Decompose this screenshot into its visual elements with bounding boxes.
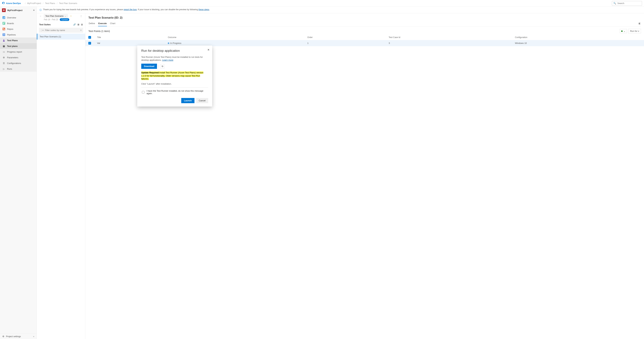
run-for-button[interactable]: Run for v <box>628 29 641 33</box>
subnav-label: Progress report <box>7 51 22 53</box>
subnav-parameters[interactable]: ⚙ Parameters <box>0 55 37 60</box>
cell-testcaseid: 3 <box>386 40 512 46</box>
project-name: MyFirstProject <box>7 9 22 12</box>
brand[interactable]: Azure DevOps <box>2 2 21 5</box>
modal-title: Run for desktop application <box>141 49 208 53</box>
col-order[interactable]: Order <box>304 35 386 40</box>
sidebar-item-testplans[interactable]: Test Plans <box>0 38 37 43</box>
sidebar-item-pipelines[interactable]: Pipelines <box>0 32 37 38</box>
tab-define[interactable]: Define <box>88 21 96 26</box>
project-badge: M <box>2 8 6 12</box>
row-checkbox[interactable]: ✓ <box>88 42 91 45</box>
subnav-label: Parameters <box>7 56 18 59</box>
clear-filter-icon[interactable]: ✕ <box>80 29 82 32</box>
sidebar: M MyFirstProject + Overview Boards Repos… <box>0 7 37 339</box>
collapse-icon[interactable]: ⊟ <box>81 23 83 26</box>
report-icon: ▭ <box>2 50 5 53</box>
svg-rect-5 <box>3 23 4 24</box>
project-row[interactable]: M MyFirstProject + <box>0 7 37 14</box>
cell-title: Val <box>94 40 165 46</box>
overview-icon <box>2 16 5 19</box>
dont-show-again-checkbox[interactable] <box>142 91 144 94</box>
search-box[interactable]: 🔍 <box>612 1 642 6</box>
sidebar-item-overview[interactable]: Overview <box>0 15 37 21</box>
back-arrow-icon[interactable]: ← <box>39 14 42 18</box>
svg-rect-3 <box>4 17 5 19</box>
subnav-progress-report[interactable]: ▭ Progress report <box>0 49 37 55</box>
status-dot-icon <box>621 31 622 32</box>
col-outcome[interactable]: Outcome <box>165 35 304 40</box>
add-project-icon[interactable]: + <box>33 9 35 12</box>
subnav-configurations[interactable]: ☰ Configurations <box>0 60 37 66</box>
svg-point-8 <box>3 28 4 29</box>
collapse-sidebar-icon[interactable]: « <box>33 335 34 338</box>
close-icon[interactable]: ✕ <box>207 48 210 52</box>
table-row[interactable]: ✓ Val In Progress 1 3 Windows 10 <box>85 40 644 46</box>
more-options-icon[interactable]: ⋮ <box>79 14 83 18</box>
favorite-star-icon[interactable]: ☆ <box>69 15 73 18</box>
outcome-filter-dropdown[interactable]: ⌄ <box>620 29 627 33</box>
cancel-button[interactable]: Cancel <box>196 98 208 103</box>
info-icon: ⓘ <box>40 9 42 12</box>
sidebar-item-repos[interactable]: Repos <box>0 26 37 32</box>
preview-banner: ⓘ Thank you for trying the new boards hu… <box>37 7 644 14</box>
test-points-label: Test Points (1 item) <box>88 30 110 33</box>
runs-icon: ▷ <box>2 67 5 70</box>
cell-outcome: In Progress <box>165 40 304 46</box>
subnav-test-plans[interactable]: ▤ Test plans <box>0 43 37 49</box>
banner-text-2: . If your issue is blocking, you can dis… <box>136 8 198 11</box>
plan-selector[interactable]: Test Plan Scenario ⌄ <box>44 14 68 18</box>
learn-more-link[interactable]: Learn more <box>162 59 173 61</box>
suites-heading: Test Suites <box>39 23 50 26</box>
run-desktop-modal: ✕ Run for desktop application Test Runne… <box>137 46 212 107</box>
sidebar-item-boards[interactable]: Boards <box>0 21 37 26</box>
filter-icon: ⋮≡ <box>40 29 44 32</box>
chevron-down-icon: ⌄ <box>64 15 66 17</box>
svg-rect-6 <box>4 23 5 24</box>
sidebar-item-label: Overview <box>7 17 16 19</box>
chevron-down-icon: ⌄ <box>624 30 626 32</box>
suite-item[interactable]: Test Plan Scenario (1) <box>37 34 85 40</box>
subnav-label: Test plans <box>7 45 18 47</box>
search-icon: 🔍 <box>613 2 616 5</box>
select-all-checkbox[interactable]: ✓ <box>88 36 91 39</box>
side-panel-toggle-icon[interactable]: ◧ <box>638 21 641 26</box>
page-title: Test Plan Scenario (ID: 2) <box>88 16 641 20</box>
copy-link-icon[interactable]: ⧉ <box>160 64 164 69</box>
subnav-label: Configurations <box>7 62 21 65</box>
expand-icon[interactable]: ⊞ <box>78 23 79 26</box>
tab-execute[interactable]: Execute <box>98 21 107 26</box>
parameters-icon: ⚙ <box>2 56 5 59</box>
subnav-runs[interactable]: ▷ Runs <box>0 66 37 72</box>
breadcrumb-testplans[interactable]: Test Plans <box>45 2 55 5</box>
col-testcaseid[interactable]: Test Case Id <box>386 35 512 40</box>
search-input[interactable] <box>617 2 644 5</box>
sidebar-item-label: Test Plans <box>7 39 18 42</box>
banner-report-bug-link[interactable]: report the bug <box>124 8 137 11</box>
suite-filter-input[interactable] <box>45 29 79 32</box>
launch-button[interactable]: Launch <box>181 98 194 103</box>
gear-icon: ⚙ <box>2 335 4 338</box>
update-required-label: Update Required: <box>141 71 159 74</box>
sidebar-item-label: Pipelines <box>7 34 16 36</box>
suite-filter[interactable]: ⋮≡ ✕ <box>39 28 83 33</box>
cell-configuration: Windows 10 <box>512 40 644 46</box>
project-settings-link[interactable]: Project settings <box>6 335 21 338</box>
subnav-label: Runs <box>7 68 12 70</box>
in-progress-icon <box>168 43 169 44</box>
breadcrumb-plan[interactable]: Test Plan Scenario <box>59 2 77 5</box>
after-install-text: Click "Launch" after installation. <box>141 82 208 85</box>
boards-icon <box>2 22 5 25</box>
banner-steps-link[interactable]: these steps <box>198 8 209 11</box>
download-button[interactable]: Download <box>141 64 157 69</box>
suites-panel: ← Test Plan Scenario ⌄ ☆ ⋮ Feb 16 - Feb … <box>37 14 85 339</box>
col-configuration[interactable]: Configuration <box>512 35 644 40</box>
plan-dates: Feb 16 - Feb 23 <box>44 19 58 21</box>
tab-chart[interactable]: Chart <box>110 21 116 26</box>
svg-rect-7 <box>2 28 5 30</box>
test-points-table: ✓ Title Outcome Order Test Case Id Confi… <box>85 35 644 46</box>
breadcrumb-project[interactable]: MyFirstProject <box>27 2 41 5</box>
col-title[interactable]: Title <box>94 35 165 40</box>
link-icon[interactable]: 🔗 <box>73 23 76 26</box>
svg-point-9 <box>4 29 5 30</box>
